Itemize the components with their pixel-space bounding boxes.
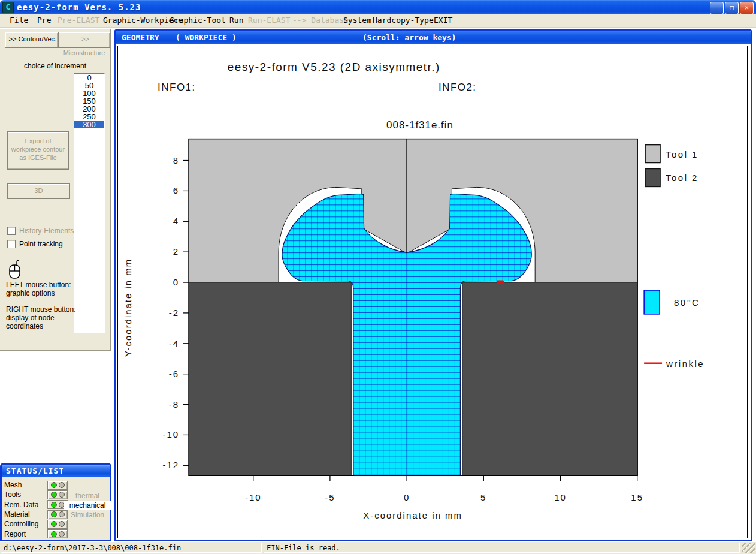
green-indicator-icon [51,502,57,508]
mode-thermal: thermal [64,491,111,501]
x-tick-label: 5 [480,492,486,502]
graphic-title: GEOMETRY [122,31,159,44]
green-indicator-icon [51,531,57,537]
tool2-right-region [462,282,637,476]
resize-grip[interactable] [742,543,755,553]
plot-canvas[interactable]: eesy-2-form V5.23 (2D axisymmetr.) INFO1… [117,46,748,538]
gray-indicator-icon [59,531,65,537]
status-indicator-button[interactable] [47,520,68,529]
menu-bar: FilePrePre-ELASTGraphic-WorkpieceGraphic… [0,14,756,28]
file-path-field: d:\eesy-2-form\2017-3-3\008\008-1f31e.fi… [1,543,262,553]
status-row-label: Rem. Data [4,501,47,509]
status-bar: d:\eesy-2-form\2017-3-3\008\008-1f31e.fi… [0,542,756,554]
x-tick-label: 10 [554,492,567,502]
legend-tool1-label: Tool 1 [666,149,698,159]
menu-item-exit[interactable]: EXIT [434,16,452,25]
menu-item-run[interactable]: Run [229,16,243,25]
status-row-tools: Tools [4,490,70,499]
plot-header: eesy-2-form V5.23 (2D axisymmetr.) [228,61,440,73]
menu-item-pre-elast: Pre-ELAST [58,16,99,25]
info2-label: INFO2: [439,82,477,93]
x-axis-title: X-coordinate in mm [363,510,462,520]
status-row-label: Report [4,530,47,538]
menu-item--database: --> Database [292,16,349,25]
export-iges-button: Export ofworkpiece contouras IGES-File [7,131,69,170]
status-rows: MeshToolsRem. DataMaterialControllingRep… [4,480,70,539]
x-tick-label: 0 [404,492,410,502]
status-row-label: Controlling [4,520,47,528]
status-row-rem-data: Rem. Data [4,500,70,510]
status-indicator-button[interactable] [47,481,68,490]
app-icon: C [2,2,14,13]
increment-label: choice of increment [7,62,103,70]
close-button[interactable]: ✕ [740,2,754,14]
y-tick-label: -6 [169,369,179,379]
increment-option-300[interactable]: 300 [74,121,104,128]
status-row-controlling: Controlling [4,519,70,529]
point-tracking-checkbox[interactable] [7,240,16,248]
right-mouse-hint: RIGHT mouse button: display of node coor… [6,305,76,330]
menu-item-pre[interactable]: Pre [37,16,51,25]
tool2-left-region [189,282,351,476]
minimize-button[interactable]: _ [710,2,724,14]
y-axis-title: Y-coordinate in mm [123,258,133,357]
y-tick-label: -10 [162,429,179,439]
status-row-material: Material [4,510,70,519]
y-axis-ticks: 86420-2-4-6-8-10-12 [162,155,189,471]
microstructure-button: ->> Microstructure [58,32,110,48]
x-axis-ticks: -10-5051015 [245,475,643,502]
status-row-label: Tools [4,490,47,499]
status-list-titlebar[interactable]: STATUS/LIST [2,465,110,477]
y-tick-label: 6 [173,185,179,195]
mouse-icon [8,260,24,280]
contour-vec-button[interactable]: ->> Contour/Vec. [5,32,58,48]
menu-item-hardcopy-type[interactable]: Hardcopy-Type [373,16,434,25]
gray-indicator-icon [59,502,65,508]
simulation-plot: eesy-2-form V5.23 (2D axisymmetr.) INFO1… [118,46,747,538]
x-tick-label: -5 [325,492,335,502]
legend-tool2-label: Tool 2 [666,173,698,183]
plot-filename: 008-1f31e.fin [386,119,453,131]
window-titlebar[interactable]: C eesy-2-form Vers. 5.23 _ □ ✕ [0,0,756,14]
menu-item-run-elast: Run-ELAST [248,16,290,25]
history-elements-checkbox [7,227,16,235]
y-tick-label: 4 [173,216,179,226]
gray-indicator-icon [59,511,65,517]
tool-panel: ->> Contour/Vec. ->> Microstructure choi… [0,29,111,351]
history-elements-label: History-Elements [19,227,74,235]
status-row-label: Mesh [4,481,47,489]
green-indicator-icon [51,511,57,517]
maximize-button[interactable]: □ [725,2,739,14]
status-row-mesh: Mesh [4,480,70,490]
x-tick-label: 15 [631,492,643,502]
menu-item-graphic-tool[interactable]: Graphic-Tool [170,16,226,25]
menu-item-file[interactable]: File [10,16,28,25]
legend: Tool 1 Tool 2 80°C wrinkle [644,145,704,369]
graphic-window: GEOMETRY ( WORKPIECE ) (Scroll: arrow ke… [114,29,752,541]
increment-listbox[interactable]: 050100150200250300 [74,73,105,333]
status-row-label: Material [4,510,47,519]
legend-temperature-swatch [644,290,660,314]
status-indicator-button[interactable] [47,529,68,538]
legend-temperature-label: 80°C [674,297,700,308]
point-tracking-row[interactable]: Point tracking [7,240,63,248]
wrinkle-marker [497,281,504,284]
y-tick-label: -8 [169,399,179,410]
menu-item-system[interactable]: System [343,16,371,25]
window-title: eesy-2-form Vers. 5.23 [17,2,141,12]
history-elements-row: History-Elements [7,227,74,235]
point-tracking-label: Point tracking [19,240,63,248]
mode-mechanical: mechanical [64,501,111,510]
y-tick-label: 8 [173,155,179,165]
gray-indicator-icon [59,482,65,488]
y-tick-label: 2 [173,246,179,257]
status-row-report: Report [4,529,70,538]
y-tick-label: -2 [169,308,179,318]
legend-wrinkle-label: wrinkle [666,359,704,369]
mode-simulation: Simulation [64,510,111,520]
gray-indicator-icon [59,521,65,527]
graphic-window-titlebar[interactable]: GEOMETRY ( WORKPIECE ) (Scroll: arrow ke… [116,31,751,44]
legend-tool1-swatch [645,145,660,163]
x-tick-label: -10 [245,492,262,502]
y-tick-label: 0 [173,277,179,287]
